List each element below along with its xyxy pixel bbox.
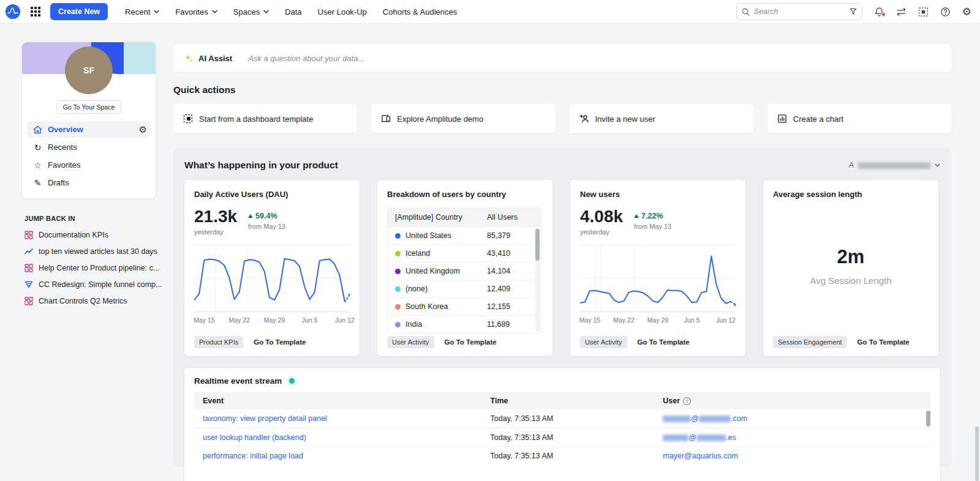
sidebar-item-overview[interactable]: Overview ⚙ [27, 121, 151, 138]
event-col-header: Event [203, 397, 491, 405]
main-content: AI Assist Ask a question about your data… [173, 44, 951, 467]
new-users-line-chart[interactable] [580, 244, 736, 313]
nav-item-favorites[interactable]: Favorites [175, 7, 217, 17]
country-table-scrollbar[interactable] [535, 228, 540, 332]
quick-action-label: Explore Amplitude demo [397, 114, 483, 124]
session-tag[interactable]: Session Engagement [773, 336, 847, 348]
create-new-button[interactable]: Create New [50, 3, 108, 20]
new-users-tag[interactable]: User Activity [580, 336, 627, 348]
dau-line-chart[interactable] [194, 244, 350, 313]
overview-settings-gear-icon[interactable]: ⚙ [139, 124, 147, 135]
session-go-to-template-link[interactable]: Go To Template [858, 338, 910, 346]
event-link[interactable]: user lookup handler (backend) [203, 433, 306, 442]
country-table-header: [Amplitude] Country All Users [388, 208, 541, 226]
whats-happening-title: What’s happening in your product [184, 160, 338, 171]
filter-funnel-icon[interactable] [850, 8, 857, 15]
selection-frame-icon[interactable] [918, 7, 929, 17]
sidebar-item-label: Drafts [48, 178, 69, 187]
nav-item-recent[interactable]: Recent [125, 7, 159, 17]
go-to-your-space-button[interactable]: Go To Your Space [56, 100, 121, 114]
user-link[interactable]: @.es [663, 433, 736, 442]
x-tick-label: May 22 [613, 316, 634, 324]
quick-action-label: Invite a new user [595, 114, 655, 124]
series-color-dot [395, 286, 401, 292]
country-go-to-template-link[interactable]: Go To Template [445, 338, 497, 346]
sidebar-item-favorites[interactable]: ☆ Favorites [27, 157, 151, 173]
country-tag[interactable]: User Activity [387, 336, 434, 348]
page-scrollbar[interactable] [975, 427, 979, 481]
jump-item-help-center-pipeline[interactable]: Help Center to Product pipeline: c... [24, 264, 156, 272]
nav-label: Recent [125, 7, 150, 17]
avatar[interactable]: SF [65, 47, 113, 94]
profile-card: SF Go To Your Space Overview ⚙ ↻ Recents… [21, 42, 156, 199]
search-input[interactable] [754, 7, 845, 16]
new-users-value: 4.08k [580, 207, 623, 226]
avg-session-card: Average session length 2m Avg Session Le… [763, 179, 939, 357]
jump-item-cc-redesign-funnel[interactable]: CC Redesign: Simple funnel comp... [24, 280, 156, 289]
nav-label: Cohorts & Audiences [383, 7, 457, 17]
country-row[interactable]: United Kingdom 14,104 [388, 262, 541, 280]
create-chart-card[interactable]: Create a chart [767, 104, 951, 133]
event-row: taxonomy: view property detail panel Tod… [194, 409, 930, 428]
sidebar-item-drafts[interactable]: ✎ Drafts [27, 174, 151, 191]
settings-gear-icon[interactable]: ⚙ [962, 7, 971, 17]
jump-item-label: top ten viewed articles last 30 days [39, 247, 157, 256]
data-sync-arrows-icon[interactable] [896, 7, 907, 17]
start-dashboard-template-card[interactable]: Start from a dashboard template [173, 104, 357, 133]
help-icon[interactable] [940, 7, 951, 17]
event-table-scrollbar[interactable] [926, 411, 930, 481]
info-icon[interactable]: i [683, 397, 691, 405]
dashboard-icon [24, 231, 33, 239]
x-tick-label: May 29 [264, 316, 285, 324]
country-table: [Amplitude] Country All Users United Sta… [387, 207, 541, 334]
top-navigation-bar: Create New Recent Favorites Spaces Data … [0, 0, 980, 24]
country-row[interactable]: South Korea 12,155 [388, 297, 541, 315]
ai-assist-placeholder: Ask a question about your data... [248, 54, 364, 63]
ai-assist-bar[interactable]: AI Assist Ask a question about your data… [173, 44, 951, 72]
country-row[interactable]: India 11,689 [388, 315, 541, 333]
project-selector-redacted-text [858, 162, 930, 169]
dashboard-icon [24, 297, 33, 305]
apps-grid-icon[interactable] [29, 6, 42, 18]
dashboard-icon [24, 264, 33, 272]
country-row[interactable]: United States 85,379 [388, 226, 541, 244]
delta-up-icon [634, 214, 639, 218]
nav-item-user-look-up[interactable]: User Look-Up [318, 7, 367, 17]
jump-item-chart-controls-q2[interactable]: Chart Controls Q2 Metrics [24, 297, 156, 305]
jump-item-documentation-kpis[interactable]: Documentation KPIs [24, 231, 156, 239]
realtime-event-stream-card: Realtime event stream Event Time User i … [184, 367, 941, 481]
new-users-go-to-template-link[interactable]: Go To Template [638, 338, 690, 346]
event-link[interactable]: performance: initial page load [203, 452, 303, 460]
series-color-dot [395, 322, 401, 327]
nav-item-data[interactable]: Data [285, 7, 301, 17]
jump-item-top-ten-viewed[interactable]: top ten viewed articles last 30 days [24, 247, 156, 256]
country-row[interactable]: Iceland 43,410 [388, 244, 541, 262]
redacted-email [663, 434, 688, 441]
sidebar-item-label: Recents [48, 143, 77, 152]
search-box[interactable] [736, 3, 862, 20]
session-length-caption: Avg Session Length [763, 275, 938, 286]
new-users-value-caption: yesterday [580, 228, 623, 236]
user-link[interactable]: @.com [663, 414, 747, 423]
amplitude-logo-icon[interactable] [5, 4, 21, 20]
country-breakdown-card: Breakdown of users by country [Amplitude… [377, 179, 553, 357]
create-chart-icon [777, 114, 787, 124]
user-link[interactable]: mayer@aquarius.com [663, 452, 737, 460]
country-col-header: [Amplitude] Country [395, 213, 487, 222]
nav-item-cohorts-audiences[interactable]: Cohorts & Audiences [383, 7, 457, 17]
chevron-down-icon [263, 10, 269, 13]
project-selector-dropdown[interactable]: A [849, 161, 940, 170]
explore-demo-card[interactable]: Explore Amplitude demo [371, 104, 555, 133]
event-time: Today, 7:35:13 AM [491, 414, 663, 423]
sidebar-item-recents[interactable]: ↻ Recents [27, 139, 151, 155]
dau-tag[interactable]: Product KPIs [194, 336, 243, 348]
country-row[interactable]: (none) 12,409 [388, 280, 541, 297]
dau-go-to-template-link[interactable]: Go To Template [254, 338, 306, 346]
home-icon [33, 125, 42, 134]
notifications-bell-icon[interactable] [874, 7, 884, 17]
funnel-chart-icon [24, 280, 33, 289]
nav-item-spaces[interactable]: Spaces [233, 7, 269, 17]
dau-value-caption: yesterday [194, 228, 237, 236]
invite-user-card[interactable]: Invite a new user [570, 104, 753, 133]
event-link[interactable]: taxonomy: view property detail panel [203, 414, 327, 423]
